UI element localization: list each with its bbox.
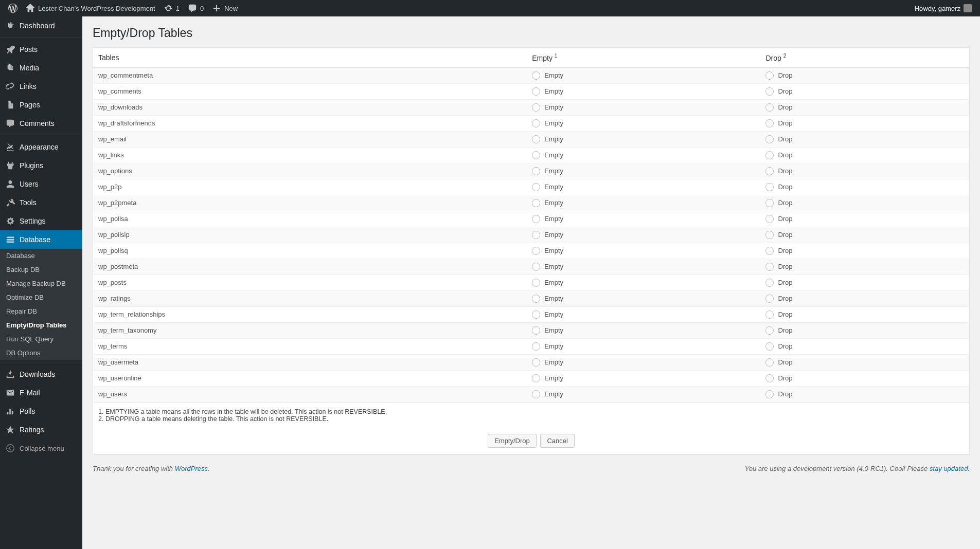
sidebar-item-links[interactable]: Links <box>0 77 82 96</box>
sidebar-item-pages[interactable]: Pages <box>0 96 82 114</box>
drop-option[interactable]: Drop <box>765 263 964 271</box>
sidebar-item-users[interactable]: Users <box>0 175 82 193</box>
empty-radio[interactable] <box>532 358 540 367</box>
sidebar-item-media[interactable]: Media <box>0 59 82 77</box>
submenu-item-manage-backup-db[interactable]: Manage Backup DB <box>0 277 82 290</box>
empty-option[interactable]: Empty <box>532 135 755 143</box>
drop-radio[interactable] <box>765 215 774 223</box>
empty-radio[interactable] <box>532 215 540 223</box>
drop-option[interactable]: Drop <box>765 151 964 159</box>
empty-radio[interactable] <box>532 199 540 207</box>
drop-option[interactable]: Drop <box>765 71 964 80</box>
empty-radio[interactable] <box>532 135 540 143</box>
drop-option[interactable]: Drop <box>765 167 964 175</box>
drop-radio[interactable] <box>765 374 774 382</box>
empty-radio[interactable] <box>532 295 540 303</box>
drop-radio[interactable] <box>765 183 774 191</box>
empty-option[interactable]: Empty <box>532 295 755 303</box>
sidebar-item-dashboard[interactable]: Dashboard <box>0 16 82 35</box>
empty-radio[interactable] <box>532 183 540 191</box>
drop-radio[interactable] <box>765 358 774 367</box>
empty-option[interactable]: Empty <box>532 167 755 175</box>
sidebar-item-downloads[interactable]: Downloads <box>0 365 82 383</box>
drop-radio[interactable] <box>765 247 774 255</box>
sidebar-item-comments[interactable]: Comments <box>0 114 82 133</box>
empty-option[interactable]: Empty <box>532 151 755 159</box>
drop-option[interactable]: Drop <box>765 295 964 303</box>
submenu-item-database[interactable]: Database <box>0 249 82 263</box>
drop-option[interactable]: Drop <box>765 103 964 112</box>
empty-option[interactable]: Empty <box>532 310 755 319</box>
empty-option[interactable]: Empty <box>532 326 755 335</box>
drop-radio[interactable] <box>765 310 774 319</box>
drop-option[interactable]: Drop <box>765 358 964 367</box>
submenu-item-repair-db[interactable]: Repair DB <box>0 304 82 318</box>
sidebar-item-posts[interactable]: Posts <box>0 40 82 59</box>
drop-option[interactable]: Drop <box>765 215 964 223</box>
empty-radio[interactable] <box>532 103 540 112</box>
submenu-item-db-options[interactable]: DB Options <box>0 346 82 360</box>
drop-option[interactable]: Drop <box>765 183 964 191</box>
drop-radio[interactable] <box>765 390 774 398</box>
drop-radio[interactable] <box>765 295 774 303</box>
sidebar-item-e-mail[interactable]: E-Mail <box>0 383 82 402</box>
site-name-menu[interactable]: Lester Chan's WordPress Development <box>22 0 159 16</box>
empty-option[interactable]: Empty <box>532 87 755 96</box>
stay-updated-link[interactable]: stay updated <box>930 465 968 472</box>
drop-option[interactable]: Drop <box>765 231 964 239</box>
wp-logo-menu[interactable] <box>4 0 22 16</box>
drop-option[interactable]: Drop <box>765 279 964 287</box>
collapse-menu[interactable]: Collapse menu <box>0 439 82 458</box>
drop-option[interactable]: Drop <box>765 374 964 382</box>
empty-option[interactable]: Empty <box>532 103 755 112</box>
empty-radio[interactable] <box>532 326 540 335</box>
drop-option[interactable]: Drop <box>765 135 964 143</box>
empty-radio[interactable] <box>532 71 540 80</box>
empty-option[interactable]: Empty <box>532 358 755 367</box>
empty-radio[interactable] <box>532 231 540 239</box>
drop-radio[interactable] <box>765 326 774 335</box>
drop-radio[interactable] <box>765 263 774 271</box>
my-account-menu[interactable]: Howdy, gamerz <box>915 4 976 12</box>
empty-radio[interactable] <box>532 167 540 175</box>
cancel-button[interactable]: Cancel <box>540 434 574 448</box>
empty-option[interactable]: Empty <box>532 374 755 382</box>
drop-option[interactable]: Drop <box>765 87 964 96</box>
empty-option[interactable]: Empty <box>532 183 755 191</box>
empty-option[interactable]: Empty <box>532 247 755 255</box>
empty-option[interactable]: Empty <box>532 199 755 207</box>
new-content-menu[interactable]: New <box>208 0 242 16</box>
empty-option[interactable]: Empty <box>532 71 755 80</box>
empty-option[interactable]: Empty <box>532 279 755 287</box>
sidebar-item-appearance[interactable]: Appearance <box>0 138 82 156</box>
drop-radio[interactable] <box>765 342 774 351</box>
empty-option[interactable]: Empty <box>532 215 755 223</box>
drop-radio[interactable] <box>765 199 774 207</box>
drop-option[interactable]: Drop <box>765 247 964 255</box>
sidebar-item-settings[interactable]: Settings <box>0 212 82 230</box>
drop-radio[interactable] <box>765 103 774 112</box>
empty-option[interactable]: Empty <box>532 342 755 351</box>
drop-option[interactable]: Drop <box>765 199 964 207</box>
submenu-item-run-sql-query[interactable]: Run SQL Query <box>0 332 82 346</box>
empty-radio[interactable] <box>532 342 540 351</box>
drop-radio[interactable] <box>765 279 774 287</box>
empty-radio[interactable] <box>532 390 540 398</box>
comments-menu[interactable]: 0 <box>184 0 208 16</box>
drop-radio[interactable] <box>765 119 774 127</box>
wordpress-link[interactable]: WordPress <box>175 465 208 472</box>
empty-radio[interactable] <box>532 119 540 127</box>
drop-radio[interactable] <box>765 167 774 175</box>
drop-option[interactable]: Drop <box>765 326 964 335</box>
empty-radio[interactable] <box>532 263 540 271</box>
drop-radio[interactable] <box>765 231 774 239</box>
sidebar-item-plugins[interactable]: Plugins <box>0 156 82 175</box>
empty-radio[interactable] <box>532 247 540 255</box>
submit-button[interactable]: Empty/Drop <box>488 434 537 448</box>
drop-radio[interactable] <box>765 151 774 159</box>
empty-option[interactable]: Empty <box>532 231 755 239</box>
drop-option[interactable]: Drop <box>765 119 964 127</box>
drop-radio[interactable] <box>765 71 774 80</box>
drop-option[interactable]: Drop <box>765 342 964 351</box>
empty-option[interactable]: Empty <box>532 390 755 398</box>
